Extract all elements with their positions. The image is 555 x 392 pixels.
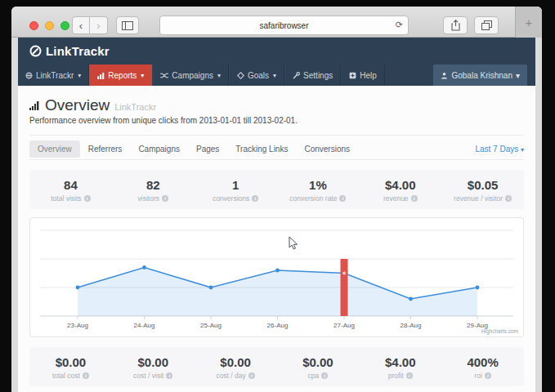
- svg-text:23-Aug: 23-Aug: [67, 322, 88, 329]
- info-icon[interactable]: i: [321, 372, 328, 379]
- info-icon[interactable]: i: [162, 195, 168, 202]
- linktrackr-logo-icon: [29, 44, 43, 58]
- share-button[interactable]: [443, 16, 468, 34]
- menu-item-help[interactable]: Help: [341, 65, 385, 86]
- visits-chart[interactable]: 23-Aug24-Aug25-Aug26-Aug27-Aug28-Aug29-A…: [30, 218, 523, 336]
- stat-value: $0.05: [441, 178, 524, 192]
- tab-campaigns[interactable]: Campaigns: [130, 140, 188, 158]
- stat-total-visits: 84total visitsi: [29, 178, 112, 203]
- window-left-edge: [11, 38, 18, 392]
- tab-tracking-links[interactable]: Tracking Links: [227, 140, 296, 158]
- mouse-cursor: [289, 236, 299, 251]
- info-icon[interactable]: i: [485, 372, 491, 379]
- main-menu: LinkTrackr▾Reports▾Campaigns▾Goals▾Setti…: [18, 65, 535, 86]
- globe-icon: [25, 72, 33, 79]
- stat-label-text: conversion rate: [289, 194, 337, 203]
- bottom-stats-row: $0.00total costi$0.00cost / visiti$0.00c…: [29, 347, 524, 386]
- stat-label: conversion ratei: [277, 194, 360, 203]
- info-icon[interactable]: i: [505, 195, 512, 202]
- address-bar[interactable]: ⟳: [159, 16, 409, 35]
- menu-item-settings[interactable]: Settings: [284, 65, 341, 86]
- svg-text:25-Aug: 25-Aug: [200, 322, 222, 329]
- stat-value: 82: [112, 178, 195, 192]
- new-tab-button[interactable]: +: [515, 7, 542, 38]
- tab-pages[interactable]: Pages: [188, 140, 227, 158]
- svg-text:27-Aug: 27-Aug: [333, 322, 355, 329]
- stat-conversion-rate: 1%conversion ratei: [277, 178, 360, 203]
- report-tabs: OverviewReferrersCampaignsPagesTracking …: [29, 140, 524, 160]
- stat-label: cpai: [277, 372, 360, 380]
- menu-item-reports[interactable]: Reports▾: [89, 65, 152, 86]
- page-title-suffix: LinkTrackr: [114, 102, 156, 112]
- svg-text:28-Aug: 28-Aug: [401, 322, 422, 329]
- forward-button[interactable]: ›: [90, 16, 108, 34]
- page-main: Overview LinkTrackr Performance overview…: [18, 86, 535, 392]
- stat-cost-day: $0.00cost / dayi: [195, 355, 277, 380]
- minimize-window-button[interactable]: [45, 21, 54, 30]
- svg-text:26-Aug: 26-Aug: [267, 322, 289, 329]
- close-window-button[interactable]: [29, 21, 38, 30]
- user-icon: [441, 72, 448, 79]
- tab-overview-button[interactable]: [474, 16, 499, 34]
- wrench-icon: [293, 72, 300, 79]
- stat-roi: 400%roii: [441, 355, 524, 380]
- menu-item-label: Campaigns: [172, 71, 213, 80]
- info-icon[interactable]: i: [339, 195, 346, 202]
- chevron-down-icon: ▾: [516, 71, 520, 80]
- user-menu[interactable]: Gobala Krishnan▾: [433, 65, 527, 86]
- chevron-down-icon: ▾: [78, 72, 81, 79]
- sidebar-toggle-button[interactable]: [116, 16, 139, 34]
- info-icon[interactable]: i: [166, 372, 172, 379]
- stat-value: $4.00: [359, 178, 441, 192]
- tab-referrers[interactable]: Referrers: [80, 140, 131, 158]
- chart-credit: Highcharts.com: [481, 328, 518, 334]
- info-icon[interactable]: i: [406, 372, 413, 379]
- share-icon: [451, 20, 460, 31]
- info-icon[interactable]: i: [248, 372, 255, 379]
- stat-cpa: $0.00cpai: [277, 355, 360, 380]
- menu-item-linktrackr[interactable]: LinkTrackr▾: [18, 65, 89, 86]
- browser-toolbar: ‹ › ⟳: [11, 7, 542, 38]
- address-input[interactable]: [160, 16, 408, 34]
- stat-label: cost / visiti: [112, 372, 195, 380]
- stat-revenue: $4.00revenuei: [359, 178, 441, 203]
- tab-overview[interactable]: Overview: [29, 140, 80, 158]
- stat-value: 1: [195, 178, 277, 192]
- stat-label: cost / dayi: [195, 372, 277, 380]
- menu-item-label: Help: [360, 71, 377, 80]
- menu-item-campaigns[interactable]: Campaigns▾: [152, 65, 229, 86]
- info-icon[interactable]: i: [252, 195, 258, 202]
- screenshot-stage: ‹ › ⟳: [0, 0, 555, 392]
- chevron-down-icon: ▾: [141, 72, 144, 79]
- stat-value: 400%: [441, 355, 524, 369]
- brand-name[interactable]: LinkTrackr: [46, 44, 110, 58]
- shuffle-icon: [160, 72, 168, 79]
- user-name: Gobala Krishnan: [451, 71, 512, 80]
- stat-label-text: total cost: [52, 372, 80, 380]
- info-icon[interactable]: i: [411, 195, 418, 202]
- help-icon: [349, 72, 356, 79]
- app-navbar: LinkTrackr LinkTrackr▾Reports▾Campaigns▾…: [18, 38, 535, 86]
- traffic-lights: [29, 21, 69, 30]
- back-button[interactable]: ‹: [72, 16, 90, 34]
- menu-item-goals[interactable]: Goals▾: [229, 65, 284, 86]
- reload-icon[interactable]: ⟳: [396, 20, 403, 30]
- tab-conversions[interactable]: Conversions: [296, 140, 358, 158]
- stat-label: profiti: [359, 372, 441, 380]
- date-range-dropdown[interactable]: Last 7 Days ▾: [475, 145, 524, 154]
- zoom-window-button[interactable]: [60, 21, 69, 30]
- stat-value: $0.00: [112, 355, 195, 369]
- stat-visitors: 82visitorsi: [112, 178, 195, 203]
- date-range-label: Last 7 Days: [475, 145, 518, 154]
- menu-item-label: Settings: [303, 71, 333, 80]
- stat-label: visitorsi: [112, 194, 195, 203]
- chart-panel: 23-Aug24-Aug25-Aug26-Aug27-Aug28-Aug29-A…: [29, 217, 524, 337]
- stat-value: 1%: [277, 178, 360, 192]
- page-header: Overview LinkTrackr Performance overview…: [29, 86, 524, 136]
- stat-cost-visit: $0.00cost / visiti: [112, 355, 195, 380]
- tabs-icon: [481, 20, 492, 30]
- info-icon[interactable]: i: [83, 372, 89, 379]
- info-icon[interactable]: i: [84, 195, 91, 202]
- stat-value: $0.00: [195, 355, 277, 369]
- stat-label-text: revenue: [383, 194, 409, 203]
